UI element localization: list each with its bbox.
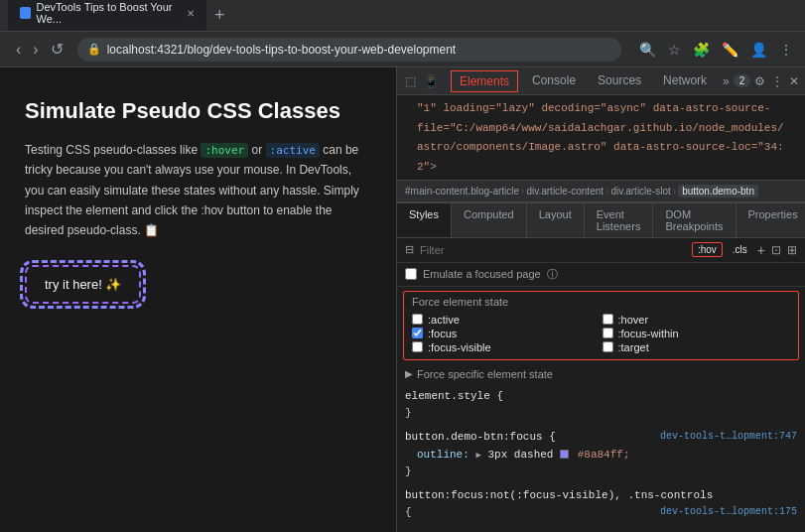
article-text: Testing CSS pseudo-classes like :hover o… xyxy=(25,140,371,241)
hover-code: :hover xyxy=(201,143,248,158)
settings-icon[interactable]: ⚙ xyxy=(752,72,767,90)
tab-network[interactable]: Network xyxy=(653,67,717,95)
html-line: 2"> xyxy=(397,158,805,178)
tab-title: DevTools Tips to Boost Your We... xyxy=(37,1,181,25)
search-button[interactable]: 🔍 xyxy=(635,40,660,60)
active-tab[interactable]: DevTools Tips to Boost Your We... ✕ xyxy=(8,0,206,31)
device-icon[interactable]: 📱 xyxy=(422,72,441,90)
color-swatch[interactable] xyxy=(560,450,569,459)
force-item-focus-visible: :focus-visible xyxy=(412,341,601,353)
styles-tabs: Styles Computed Layout Event Listeners D… xyxy=(397,203,805,238)
outline-prop: outline: xyxy=(405,449,470,461)
demo-btn-focus-selector[interactable]: button.demo-btn:focus { xyxy=(405,431,556,443)
focus-within-label: :focus-within xyxy=(618,328,679,339)
breadcrumb-sep: › xyxy=(673,186,676,197)
breadcrumb-item-active[interactable]: button.demo-btn xyxy=(678,185,758,198)
emulate-focused-row: Emulate a focused page ⓘ xyxy=(397,263,805,287)
css-source-link2[interactable]: dev-tools-t…lopment:175 xyxy=(660,504,797,520)
styles-tab-event-listeners[interactable]: Event Listeners xyxy=(585,203,654,237)
filter-input[interactable] xyxy=(420,244,686,256)
tab-close-button[interactable]: ✕ xyxy=(187,8,195,19)
style-icon2[interactable]: ⊞ xyxy=(787,243,797,257)
force-item-hover: :hover xyxy=(603,314,791,326)
styles-tab-layout[interactable]: Layout xyxy=(527,203,585,237)
add-style-button[interactable]: + xyxy=(757,242,765,258)
emulate-label: Emulate a focused page xyxy=(423,268,541,280)
close-devtools-icon[interactable]: ✕ xyxy=(787,72,801,90)
devtools-panel: ⬚ 📱 Elements Console Sources Network » 2… xyxy=(397,67,805,532)
demo-button[interactable]: try it here! ✨ xyxy=(25,265,141,304)
focus-visible-checkbox[interactable] xyxy=(412,341,423,352)
devtools-icon-group: ⬚ 📱 xyxy=(403,72,441,90)
reload-button[interactable]: ↺ xyxy=(47,38,67,61)
css-source-link[interactable]: dev-tools-t…lopment:747 xyxy=(660,429,797,445)
browser-nav: ‹ › ↺ xyxy=(12,38,67,61)
forward-button[interactable]: › xyxy=(29,39,42,61)
styles-tab-styles[interactable]: Styles xyxy=(397,203,452,237)
edit-button[interactable]: ✏️ xyxy=(718,40,742,60)
more-tabs-icon[interactable]: » xyxy=(721,72,732,90)
rule2-open: { xyxy=(405,506,412,518)
profile-button[interactable]: 👤 xyxy=(746,40,771,60)
force-specific-row[interactable]: ▶ Force specific element state xyxy=(397,364,805,384)
extensions-button[interactable]: 🧩 xyxy=(689,40,714,60)
active-checkbox[interactable] xyxy=(412,314,423,325)
styles-tab-computed[interactable]: Computed xyxy=(452,203,527,237)
devtools-toolbar: ⬚ 📱 Elements Console Sources Network » 2… xyxy=(397,67,805,95)
outline-expand[interactable]: ▶ xyxy=(475,451,480,461)
active-code: :active xyxy=(266,143,320,158)
styles-toolbar: ⊟ :hov .cls + ⊡ ⊞ xyxy=(397,238,805,263)
force-item-active: :active xyxy=(412,314,601,326)
cls-button[interactable]: .cls xyxy=(729,243,751,256)
css-rule-element-style: element.style { } xyxy=(405,388,797,423)
tab-sources[interactable]: Sources xyxy=(588,67,651,95)
html-panel[interactable]: "1" loading="lazy" decoding="async" data… xyxy=(397,95,805,180)
tab-bar: DevTools Tips to Boost Your We... ✕ + xyxy=(0,0,805,32)
web-content: Simulate Pseudo CSS Classes Testing CSS … xyxy=(0,67,397,532)
breadcrumb-item[interactable]: #main-content.blog-article xyxy=(405,186,519,197)
menu-button[interactable]: ⋮ xyxy=(775,40,797,60)
breadcrumb: #main-content.blog-article › div.article… xyxy=(397,180,805,202)
focus-checkbox[interactable] xyxy=(412,328,423,338)
hov-button[interactable]: :hov xyxy=(692,242,723,257)
focus-within-checkbox[interactable] xyxy=(603,328,613,338)
outline-value: 3px dashed xyxy=(487,449,560,461)
bookmark-button[interactable]: ☆ xyxy=(664,40,685,60)
breadcrumb-item[interactable]: div.article-content xyxy=(526,186,604,197)
lock-icon: 🔒 xyxy=(87,43,101,56)
active-label: :active xyxy=(428,314,460,326)
force-element-state: Force element state :active :hover :f xyxy=(403,291,799,360)
color-value: #8a84ff; xyxy=(578,449,630,461)
css-rule-demo-btn-focus: button.demo-btn:focus { dev-tools-t…lopm… xyxy=(405,429,797,481)
filter-icon: ⊟ xyxy=(405,243,414,256)
force-item-focus-within: :focus-within xyxy=(603,328,791,339)
overflow-icon[interactable]: ⋮ xyxy=(769,72,785,90)
html-line: astro/components/Image.astro" data-astro… xyxy=(397,138,805,158)
target-checkbox[interactable] xyxy=(603,341,613,352)
breadcrumb-sep: › xyxy=(605,186,608,197)
css-rule-focus-not: button:focus:not(:focus-visible), .tns-c… xyxy=(405,487,797,522)
expand-icon: ▶ xyxy=(405,368,413,379)
tab-console[interactable]: Console xyxy=(522,67,586,95)
styles-tab-dom-breakpoints[interactable]: DOM Breakpoints xyxy=(653,203,736,237)
back-button[interactable]: ‹ xyxy=(12,39,25,61)
focus-visible-label: :focus-visible xyxy=(428,341,491,353)
hover-label: :hover xyxy=(618,314,649,326)
url-text: localhost:4321/blog/dev-tools-tips-to-bo… xyxy=(107,43,457,57)
styles-tab-properties[interactable]: Properties xyxy=(737,203,806,237)
css-rules: element.style { } button.demo-btn:focus … xyxy=(397,384,805,532)
tab-elements[interactable]: Elements xyxy=(451,70,518,92)
favicon-icon xyxy=(20,7,31,19)
address-bar[interactable]: 🔒 localhost:4321/blog/dev-tools-tips-to-… xyxy=(77,38,621,62)
hover-checkbox[interactable] xyxy=(603,314,613,325)
browser-chrome: ‹ › ↺ 🔒 localhost:4321/blog/dev-tools-ti… xyxy=(0,32,805,67)
force-section-title: Force element state xyxy=(404,292,798,310)
style-icon1[interactable]: ⊡ xyxy=(771,243,781,257)
breadcrumb-item[interactable]: div.article-slot xyxy=(610,186,670,197)
force-grid: :active :hover :focus :focus-within xyxy=(404,310,798,359)
emulate-focused-checkbox[interactable] xyxy=(405,268,417,280)
focus-not-selector[interactable]: button:focus:not(:focus-visible), .tns-c… xyxy=(405,489,713,501)
new-tab-button[interactable]: + xyxy=(206,5,233,26)
browser-actions: 🔍 ☆ 🧩 ✏️ 👤 ⋮ xyxy=(635,40,797,60)
inspect-icon[interactable]: ⬚ xyxy=(403,72,418,90)
